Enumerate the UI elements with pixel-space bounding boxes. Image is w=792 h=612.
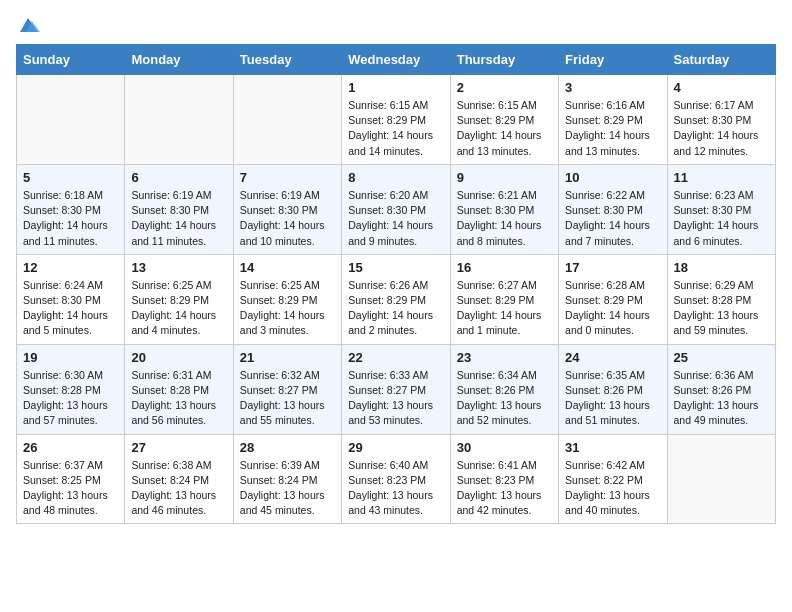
day-info: Sunrise: 6:37 AMSunset: 8:25 PMDaylight:… — [23, 458, 118, 519]
day-number: 13 — [131, 260, 226, 275]
calendar-week-row: 12Sunrise: 6:24 AMSunset: 8:30 PMDayligh… — [17, 254, 776, 344]
calendar-cell: 28Sunrise: 6:39 AMSunset: 8:24 PMDayligh… — [233, 434, 341, 524]
day-info: Sunrise: 6:34 AMSunset: 8:26 PMDaylight:… — [457, 368, 552, 429]
calendar-cell: 10Sunrise: 6:22 AMSunset: 8:30 PMDayligh… — [559, 164, 667, 254]
calendar-cell: 20Sunrise: 6:31 AMSunset: 8:28 PMDayligh… — [125, 344, 233, 434]
day-info: Sunrise: 6:33 AMSunset: 8:27 PMDaylight:… — [348, 368, 443, 429]
day-number: 21 — [240, 350, 335, 365]
page-header — [16, 16, 776, 34]
day-number: 24 — [565, 350, 660, 365]
calendar-cell: 6Sunrise: 6:19 AMSunset: 8:30 PMDaylight… — [125, 164, 233, 254]
weekday-header-wednesday: Wednesday — [342, 45, 450, 75]
calendar-cell: 16Sunrise: 6:27 AMSunset: 8:29 PMDayligh… — [450, 254, 558, 344]
day-number: 30 — [457, 440, 552, 455]
day-info: Sunrise: 6:19 AMSunset: 8:30 PMDaylight:… — [131, 188, 226, 249]
calendar-cell: 5Sunrise: 6:18 AMSunset: 8:30 PMDaylight… — [17, 164, 125, 254]
day-number: 27 — [131, 440, 226, 455]
calendar-cell: 21Sunrise: 6:32 AMSunset: 8:27 PMDayligh… — [233, 344, 341, 434]
day-number: 28 — [240, 440, 335, 455]
calendar-cell: 31Sunrise: 6:42 AMSunset: 8:22 PMDayligh… — [559, 434, 667, 524]
calendar-cell: 17Sunrise: 6:28 AMSunset: 8:29 PMDayligh… — [559, 254, 667, 344]
day-number: 23 — [457, 350, 552, 365]
weekday-header-sunday: Sunday — [17, 45, 125, 75]
day-number: 8 — [348, 170, 443, 185]
day-number: 4 — [674, 80, 769, 95]
day-info: Sunrise: 6:35 AMSunset: 8:26 PMDaylight:… — [565, 368, 660, 429]
day-info: Sunrise: 6:16 AMSunset: 8:29 PMDaylight:… — [565, 98, 660, 159]
day-number: 18 — [674, 260, 769, 275]
weekday-header-saturday: Saturday — [667, 45, 775, 75]
day-number: 5 — [23, 170, 118, 185]
day-info: Sunrise: 6:25 AMSunset: 8:29 PMDaylight:… — [131, 278, 226, 339]
day-info: Sunrise: 6:17 AMSunset: 8:30 PMDaylight:… — [674, 98, 769, 159]
calendar-cell: 29Sunrise: 6:40 AMSunset: 8:23 PMDayligh… — [342, 434, 450, 524]
calendar-cell: 8Sunrise: 6:20 AMSunset: 8:30 PMDaylight… — [342, 164, 450, 254]
calendar-cell: 19Sunrise: 6:30 AMSunset: 8:28 PMDayligh… — [17, 344, 125, 434]
calendar-cell: 15Sunrise: 6:26 AMSunset: 8:29 PMDayligh… — [342, 254, 450, 344]
day-number: 9 — [457, 170, 552, 185]
day-info: Sunrise: 6:20 AMSunset: 8:30 PMDaylight:… — [348, 188, 443, 249]
day-number: 12 — [23, 260, 118, 275]
day-info: Sunrise: 6:15 AMSunset: 8:29 PMDaylight:… — [457, 98, 552, 159]
day-info: Sunrise: 6:25 AMSunset: 8:29 PMDaylight:… — [240, 278, 335, 339]
calendar-week-row: 26Sunrise: 6:37 AMSunset: 8:25 PMDayligh… — [17, 434, 776, 524]
day-number: 20 — [131, 350, 226, 365]
day-number: 11 — [674, 170, 769, 185]
day-info: Sunrise: 6:21 AMSunset: 8:30 PMDaylight:… — [457, 188, 552, 249]
day-number: 31 — [565, 440, 660, 455]
day-number: 17 — [565, 260, 660, 275]
day-info: Sunrise: 6:30 AMSunset: 8:28 PMDaylight:… — [23, 368, 118, 429]
day-info: Sunrise: 6:38 AMSunset: 8:24 PMDaylight:… — [131, 458, 226, 519]
day-info: Sunrise: 6:39 AMSunset: 8:24 PMDaylight:… — [240, 458, 335, 519]
calendar-cell — [125, 75, 233, 165]
day-info: Sunrise: 6:24 AMSunset: 8:30 PMDaylight:… — [23, 278, 118, 339]
day-info: Sunrise: 6:22 AMSunset: 8:30 PMDaylight:… — [565, 188, 660, 249]
calendar-cell: 3Sunrise: 6:16 AMSunset: 8:29 PMDaylight… — [559, 75, 667, 165]
day-number: 25 — [674, 350, 769, 365]
logo — [16, 16, 42, 34]
day-number: 1 — [348, 80, 443, 95]
weekday-header-friday: Friday — [559, 45, 667, 75]
calendar-cell: 30Sunrise: 6:41 AMSunset: 8:23 PMDayligh… — [450, 434, 558, 524]
calendar-cell: 1Sunrise: 6:15 AMSunset: 8:29 PMDaylight… — [342, 75, 450, 165]
calendar-cell: 2Sunrise: 6:15 AMSunset: 8:29 PMDaylight… — [450, 75, 558, 165]
day-info: Sunrise: 6:42 AMSunset: 8:22 PMDaylight:… — [565, 458, 660, 519]
day-number: 19 — [23, 350, 118, 365]
calendar-cell: 22Sunrise: 6:33 AMSunset: 8:27 PMDayligh… — [342, 344, 450, 434]
day-number: 14 — [240, 260, 335, 275]
day-number: 7 — [240, 170, 335, 185]
calendar-cell: 25Sunrise: 6:36 AMSunset: 8:26 PMDayligh… — [667, 344, 775, 434]
calendar-week-row: 5Sunrise: 6:18 AMSunset: 8:30 PMDaylight… — [17, 164, 776, 254]
day-info: Sunrise: 6:29 AMSunset: 8:28 PMDaylight:… — [674, 278, 769, 339]
day-number: 26 — [23, 440, 118, 455]
weekday-header-row: SundayMondayTuesdayWednesdayThursdayFrid… — [17, 45, 776, 75]
day-number: 10 — [565, 170, 660, 185]
logo-icon — [18, 16, 40, 34]
calendar-cell: 18Sunrise: 6:29 AMSunset: 8:28 PMDayligh… — [667, 254, 775, 344]
day-number: 6 — [131, 170, 226, 185]
calendar-cell: 4Sunrise: 6:17 AMSunset: 8:30 PMDaylight… — [667, 75, 775, 165]
calendar-cell: 24Sunrise: 6:35 AMSunset: 8:26 PMDayligh… — [559, 344, 667, 434]
day-info: Sunrise: 6:31 AMSunset: 8:28 PMDaylight:… — [131, 368, 226, 429]
day-info: Sunrise: 6:23 AMSunset: 8:30 PMDaylight:… — [674, 188, 769, 249]
day-info: Sunrise: 6:36 AMSunset: 8:26 PMDaylight:… — [674, 368, 769, 429]
day-info: Sunrise: 6:40 AMSunset: 8:23 PMDaylight:… — [348, 458, 443, 519]
calendar-cell: 11Sunrise: 6:23 AMSunset: 8:30 PMDayligh… — [667, 164, 775, 254]
calendar-cell: 9Sunrise: 6:21 AMSunset: 8:30 PMDaylight… — [450, 164, 558, 254]
calendar-week-row: 19Sunrise: 6:30 AMSunset: 8:28 PMDayligh… — [17, 344, 776, 434]
calendar-week-row: 1Sunrise: 6:15 AMSunset: 8:29 PMDaylight… — [17, 75, 776, 165]
weekday-header-tuesday: Tuesday — [233, 45, 341, 75]
calendar-cell: 14Sunrise: 6:25 AMSunset: 8:29 PMDayligh… — [233, 254, 341, 344]
calendar-cell — [233, 75, 341, 165]
calendar-cell — [17, 75, 125, 165]
day-info: Sunrise: 6:18 AMSunset: 8:30 PMDaylight:… — [23, 188, 118, 249]
calendar-cell: 26Sunrise: 6:37 AMSunset: 8:25 PMDayligh… — [17, 434, 125, 524]
calendar-cell: 12Sunrise: 6:24 AMSunset: 8:30 PMDayligh… — [17, 254, 125, 344]
day-info: Sunrise: 6:41 AMSunset: 8:23 PMDaylight:… — [457, 458, 552, 519]
day-info: Sunrise: 6:15 AMSunset: 8:29 PMDaylight:… — [348, 98, 443, 159]
calendar-table: SundayMondayTuesdayWednesdayThursdayFrid… — [16, 44, 776, 524]
calendar-cell: 27Sunrise: 6:38 AMSunset: 8:24 PMDayligh… — [125, 434, 233, 524]
calendar-cell — [667, 434, 775, 524]
calendar-cell: 23Sunrise: 6:34 AMSunset: 8:26 PMDayligh… — [450, 344, 558, 434]
day-info: Sunrise: 6:28 AMSunset: 8:29 PMDaylight:… — [565, 278, 660, 339]
